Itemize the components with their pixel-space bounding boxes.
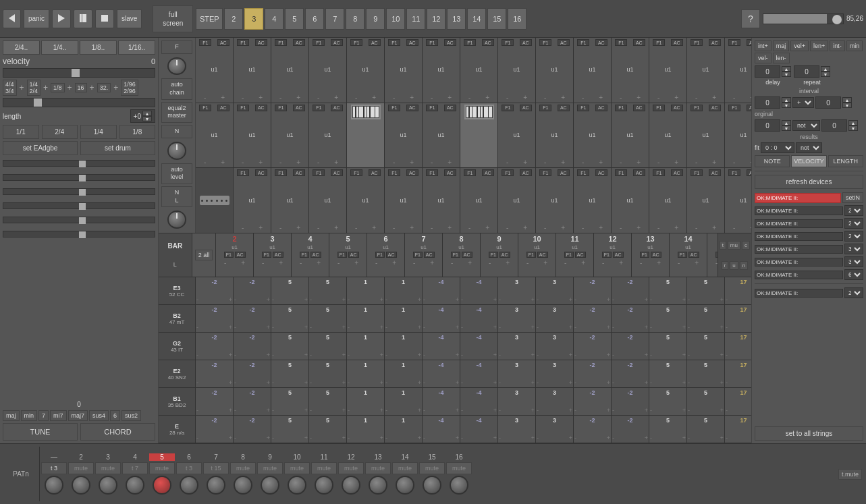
pm-btn-plus-r2-11[interactable]: + — [637, 159, 641, 166]
step-minus-2-7[interactable]: - — [461, 352, 463, 358]
step-plus-4-7[interactable]: + — [493, 407, 497, 414]
pat-knob-10[interactable] — [288, 476, 306, 495]
time-sig-right[interactable]: 1/96 2/96 — [121, 80, 138, 96]
bar-cell-10[interactable]: 10u1F1AC-+ — [518, 233, 556, 277]
step-1-6[interactable]: -4-+ — [423, 305, 460, 332]
pm-btn-plus-r2-8[interactable]: + — [523, 159, 527, 166]
step-3-2[interactable]: 5-+ — [271, 360, 309, 387]
time-btn-4[interactable]: 1/16.. — [118, 40, 155, 55]
step-4-6[interactable]: -4-+ — [423, 388, 460, 415]
tag-btn-ac-r2-0[interactable]: AC — [217, 105, 229, 111]
bar-pm-plus-2[interactable]: + — [241, 259, 245, 267]
delay-input[interactable] — [755, 65, 780, 78]
tag-btn-ac-r2-1[interactable]: AC — [255, 105, 267, 111]
bar-cell-2[interactable]: 2u1F1AC-+ — [216, 233, 254, 277]
step-4-5[interactable]: 1-+ — [385, 388, 423, 415]
pat-btn-12[interactable]: mute — [338, 462, 364, 474]
bar-tag-ac-3[interactable]: AC — [273, 252, 283, 258]
bar-pm-plus-5[interactable]: + — [354, 259, 358, 267]
tune-button[interactable]: TUNE — [3, 423, 78, 441]
step-minus-3-6[interactable]: - — [423, 379, 425, 386]
length-control[interactable]: +0 ▲ ▼ — [130, 109, 155, 123]
step-plus-2-11[interactable]: + — [645, 352, 648, 358]
n-button[interactable]: N — [161, 125, 192, 138]
device-select-7[interactable]: OK:MIDIMATE II: — [755, 289, 843, 298]
len-minus-btn[interactable]: len- — [773, 53, 790, 63]
step-btn-14[interactable]: 14 — [467, 8, 486, 30]
pm-btn-minus-12[interactable]: - — [657, 94, 659, 101]
step-2-12[interactable]: 5-+ — [649, 333, 687, 360]
upper-cell-r3-9[interactable]: F1ACu1-+ — [536, 168, 574, 233]
step-plus-5-13[interactable]: + — [720, 435, 724, 441]
tag-btn-f1-r3-13[interactable]: F1 — [691, 169, 703, 176]
step-minus-4-8[interactable]: - — [499, 407, 501, 414]
orig-spinner-2[interactable]: ▲ ▼ — [848, 120, 858, 131]
chord-min[interactable]: min — [21, 410, 38, 421]
fit-not-dropdown[interactable]: not — [796, 142, 822, 153]
pm-btn-plus-9[interactable]: + — [561, 94, 565, 101]
step-minus-4-7[interactable]: - — [461, 407, 463, 414]
tag-btn-ac-r3-13[interactable]: AC — [709, 169, 721, 176]
pm-btn-plus-0[interactable]: + — [221, 94, 225, 101]
pm-btn-minus-r2-8[interactable]: - — [506, 159, 508, 166]
u-button[interactable]: u — [730, 261, 738, 270]
pm-btn-plus-11[interactable]: + — [637, 94, 641, 101]
step-plus-2-4[interactable]: + — [380, 352, 383, 358]
step-plus-2-9[interactable]: + — [569, 352, 572, 358]
tag-btn-f1-r2-13[interactable]: F1 — [691, 105, 703, 111]
step-plus-3-12[interactable]: + — [682, 379, 686, 386]
pm-btn-minus-r2-9[interactable]: - — [544, 159, 546, 166]
length-spinner[interactable]: ▲ ▼ — [142, 111, 152, 121]
pat-btn-5[interactable]: mute — [149, 462, 175, 474]
bar-pm-minus-14[interactable]: - — [678, 259, 680, 267]
step-minus-4-6[interactable]: - — [423, 407, 425, 414]
bar-pm-plus-6[interactable]: + — [392, 259, 396, 267]
upper-cell-r3-6[interactable]: F1ACu1-+ — [423, 168, 460, 233]
step-minus-5-11[interactable]: - — [612, 435, 614, 441]
length-down[interactable]: ▼ — [142, 116, 152, 121]
upper-cell-4[interactable]: F1ACu1-+ — [347, 38, 385, 103]
tag-btn-ac-r3-3[interactable]: AC — [331, 169, 343, 176]
tag-btn-ac-r2-13[interactable]: AC — [709, 105, 721, 111]
step-plus-4-3[interactable]: + — [342, 407, 346, 414]
step-minus-5-14[interactable]: - — [726, 435, 728, 441]
step-plus-3-8[interactable]: + — [531, 379, 535, 386]
bar-pm-plus-13[interactable]: + — [657, 259, 661, 267]
step-1-5[interactable]: 1-+ — [385, 305, 423, 332]
upper-cell-5[interactable]: F1ACu1-+ — [385, 38, 423, 103]
step-minus-4-5[interactable]: - — [385, 407, 387, 414]
upper-cell-r2-9[interactable]: F1ACu1-+ — [536, 103, 574, 168]
step-minus-1-9[interactable]: - — [537, 324, 539, 331]
tag-btn-f1-r3-11[interactable]: F1 — [615, 169, 627, 176]
step-plus-0-11[interactable]: + — [645, 296, 648, 303]
step-minus-1-0[interactable]: - — [196, 324, 198, 331]
pm-btn-minus-4[interactable]: - — [355, 94, 357, 101]
step-minus-3-1[interactable]: - — [234, 379, 236, 386]
nav-btn-24[interactable]: 2/4 — [42, 125, 78, 139]
delay-down[interactable]: ▼ — [782, 72, 791, 77]
step-minus-2-3[interactable]: - — [310, 352, 312, 358]
tag-btn-f1-3[interactable]: F1 — [313, 39, 325, 46]
tag-btn-ac-r3-8[interactable]: AC — [520, 169, 532, 176]
step-plus-2-6[interactable]: + — [456, 352, 459, 358]
step-plus-2-8[interactable]: + — [531, 352, 535, 358]
pat-knob-7[interactable] — [207, 476, 225, 495]
bar-cell-6[interactable]: 6u1F1AC-+ — [367, 233, 405, 277]
step-plus-0-8[interactable]: + — [531, 296, 535, 303]
pm-btn-minus-5[interactable]: - — [393, 94, 395, 101]
tag-btn-f1-r2-14[interactable]: F1 — [728, 105, 740, 111]
step-plus-4-1[interactable]: + — [267, 407, 270, 414]
pm-btn-plus-r3-3[interactable]: + — [334, 224, 338, 231]
tag-btn-f1-r3-14[interactable]: F1 — [728, 169, 740, 176]
pm-btn-plus-8[interactable]: + — [523, 94, 527, 101]
device-select-4[interactable]: OK:MIDIMATE II: — [755, 245, 843, 254]
step-minus-4-10[interactable]: - — [574, 407, 576, 414]
fader-5[interactable] — [3, 217, 155, 223]
repeat-input[interactable] — [794, 65, 819, 78]
step-minus-0-3[interactable]: - — [310, 296, 312, 303]
len-plus-btn[interactable]: len+ — [810, 40, 828, 51]
channel-select-5[interactable]: 3 — [844, 256, 863, 267]
bar-tag-ac-13[interactable]: AC — [651, 252, 661, 258]
time-btn-1[interactable]: 2/4.. — [3, 40, 40, 55]
device-select-5[interactable]: OK:MIDIMATE II: — [755, 258, 843, 267]
